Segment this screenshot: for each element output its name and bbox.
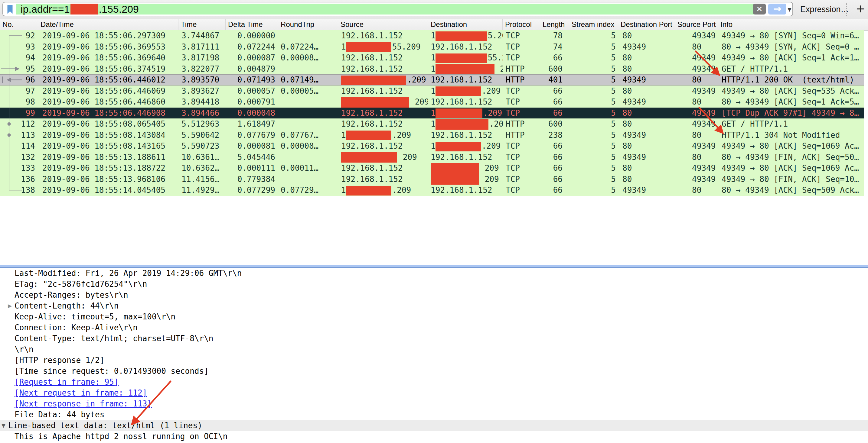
detail-line[interactable]: [HTTP response 1/2] <box>0 355 868 366</box>
detail-line-text: Connection: Keep-Alive\r\n <box>14 322 137 333</box>
destination-cell: 1.209 <box>428 140 503 152</box>
expression-button[interactable]: Expression… <box>800 0 849 19</box>
src-port-cell: 80 <box>675 96 718 108</box>
detail-line[interactable]: Last-Modified: Fri, 26 Apr 2019 14:29:06… <box>0 268 868 279</box>
collapse-down-icon[interactable]: ▼ <box>1 420 5 431</box>
stream-index-cell: 5 <box>569 74 618 86</box>
length-cell: 66 <box>540 108 569 119</box>
delta-cell: 0.779384 <box>226 174 278 185</box>
column-header-source[interactable]: Source <box>338 19 428 30</box>
delta-cell: 0.000048 <box>226 108 278 119</box>
chevron-down-icon[interactable]: ▼ <box>787 5 792 13</box>
destination-cell: 192.168.1.152 <box>428 130 503 141</box>
expand-right-icon[interactable]: ▶ <box>8 300 12 311</box>
detail-line[interactable]: Keep-Alive: timeout=5, max=100\r\n <box>0 311 868 322</box>
no-cell: 97 <box>0 86 38 97</box>
packet-row-133[interactable]: 1332019-09-06 18:55:13.18872210.6362…0.0… <box>0 163 864 174</box>
src-port-cell: 49349 <box>675 174 718 185</box>
detail-line[interactable]: File Data: 44 bytes <box>0 409 868 420</box>
bookmark-icon[interactable] <box>6 4 14 14</box>
column-header-source-port[interactable]: Source Port <box>675 19 718 30</box>
no-cell: 114 <box>0 140 38 152</box>
redaction-box <box>346 131 391 140</box>
destination-cell: 1 209 <box>428 64 503 75</box>
redaction-box <box>341 97 409 108</box>
delta-cell: 0.077299 <box>226 184 278 196</box>
info-cell: 80 → 49349 [ACK] Seq=1 Ack=5… <box>718 96 864 108</box>
datetime-cell: 2019-09-06 18:55:14.045405 <box>38 184 179 196</box>
destination-cell: 1.209 <box>428 86 503 97</box>
packet-row-113[interactable]: 1132019-09-06 18:55:08.1430845.5906420.0… <box>0 130 864 141</box>
detail-line[interactable]: \r\n <box>0 344 868 355</box>
clear-filter-icon[interactable]: ✕ <box>753 4 766 14</box>
column-header-date-time[interactable]: Date/Time <box>38 19 179 30</box>
src-port-cell: 49349 <box>675 163 718 174</box>
column-header-info[interactable]: Info <box>718 19 868 30</box>
detail-line[interactable]: ▶Content-Length: 44\r\n <box>0 300 868 311</box>
packet-row-92[interactable]: 922019-09-06 18:55:06.2973093.7448670.00… <box>0 30 864 41</box>
packet-row-99[interactable]: 992019-09-06 18:55:06.4469083.8944660.00… <box>0 108 864 119</box>
info-cell: [TCP Dup ACK 97#1] 49349 → 8… <box>718 108 864 119</box>
time-cell: 5.590642 <box>179 130 226 141</box>
redaction-box <box>435 64 495 74</box>
detail-line-text: [HTTP response 1/2] <box>14 355 104 366</box>
column-header-length[interactable]: Length <box>540 19 569 30</box>
display-filter-input[interactable]: ip.addr==1.155.209 ✕ → ▼ <box>2 2 793 16</box>
column-header-roundtrip[interactable]: RoundTrip <box>278 19 338 30</box>
roundtrip-cell <box>278 30 338 41</box>
stream-index-cell: 5 <box>569 30 618 41</box>
redaction-box <box>346 42 391 52</box>
add-filter-button[interactable]: + <box>853 0 868 18</box>
stream-index-cell: 5 <box>569 118 618 130</box>
frame-link[interactable]: [Next request in frame: 112] <box>0 387 868 398</box>
pane-splitter[interactable] <box>0 265 868 268</box>
redaction-box <box>435 54 487 63</box>
column-header-protocol[interactable]: Protocol <box>503 19 540 30</box>
no-cell: 133 <box>0 163 38 174</box>
info-cell: 49349 → 80 [ACK] Seq=535 Ack… <box>718 86 864 97</box>
filter-field[interactable]: ip.addr==1.155.209 <box>16 4 755 14</box>
packet-row-138[interactable]: 1382019-09-06 18:55:14.04540511.4929…0.0… <box>0 184 864 196</box>
toolbar-separator <box>846 3 847 16</box>
source-cell: .209 <box>338 74 428 86</box>
packet-row-136[interactable]: 1362019-09-06 18:55:13.96810611.4156…0.7… <box>0 174 864 185</box>
packet-row-97[interactable]: 972019-09-06 18:55:06.4460693.8936270.00… <box>0 86 864 97</box>
length-cell: 74 <box>540 41 569 53</box>
stream-index-cell: 5 <box>569 140 618 152</box>
packet-row-93[interactable]: 932019-09-06 18:55:06.3695533.8171110.07… <box>0 41 864 53</box>
roundtrip-cell <box>278 152 338 163</box>
detail-line[interactable]: This is Apache httpd 2 nossl running on … <box>0 431 868 442</box>
packet-row-114[interactable]: 1142019-09-06 18:55:08.1431655.5907230.0… <box>0 140 864 152</box>
packet-row-95[interactable]: 952019-09-06 18:55:06.3745193.8220770.00… <box>0 64 864 75</box>
apply-filter-icon[interactable]: → <box>768 4 786 14</box>
info-cell: 80 → 49349 [FIN, ACK] Seq=50… <box>718 152 864 163</box>
column-header-time[interactable]: Time <box>179 19 226 30</box>
length-cell: 66 <box>540 96 569 108</box>
src-port-cell: 49349 <box>675 30 718 41</box>
detail-line[interactable]: [Time since request: 0.071493000 seconds… <box>0 366 868 377</box>
delta-cell: 0.000057 <box>226 86 278 97</box>
detail-line-text: \r\n <box>14 344 34 355</box>
column-header-destination-port[interactable]: Destination Port <box>618 19 675 30</box>
redaction-box <box>341 75 406 85</box>
packet-row-98[interactable]: 982019-09-06 18:55:06.4468603.8944180.00… <box>0 96 864 108</box>
detail-line[interactable]: ETag: "2c-5876fc1d76254"\r\n <box>0 279 868 289</box>
detail-line-text: ETag: "2c-5876fc1d76254"\r\n <box>14 279 147 289</box>
packet-row-96[interactable]: 962019-09-06 18:55:06.4460123.8935700.07… <box>0 74 864 86</box>
detail-line[interactable]: ▼Line-based text data: text/html (1 line… <box>0 420 868 431</box>
packet-row-112[interactable]: 1122019-09-06 18:55:08.0654055.5129631.6… <box>0 118 864 130</box>
detail-line[interactable]: Content-Type: text/html; charset=UTF-8\r… <box>0 333 868 344</box>
packet-row-132[interactable]: 1322019-09-06 18:55:13.18861110.6361…5.0… <box>0 152 864 163</box>
frame-link[interactable]: [Request in frame: 95] <box>0 377 868 387</box>
detail-line[interactable]: Accept-Ranges: bytes\r\n <box>0 289 868 300</box>
column-header-no[interactable]: No. <box>0 19 38 30</box>
column-header-delta-time[interactable]: Delta Time <box>226 19 278 30</box>
dest-port-cell: 49349 <box>618 184 675 196</box>
frame-link[interactable]: [Next response in frame: 113] <box>0 398 868 409</box>
column-header-destination[interactable]: Destination <box>428 19 503 30</box>
column-header-stream-index[interactable]: Stream index <box>569 19 618 30</box>
packet-row-94[interactable]: 942019-09-06 18:55:06.3696403.8171980.00… <box>0 52 864 64</box>
roundtrip-cell <box>278 64 338 75</box>
detail-line[interactable]: Connection: Keep-Alive\r\n <box>0 322 868 333</box>
dest-port-cell: 80 <box>618 163 675 174</box>
